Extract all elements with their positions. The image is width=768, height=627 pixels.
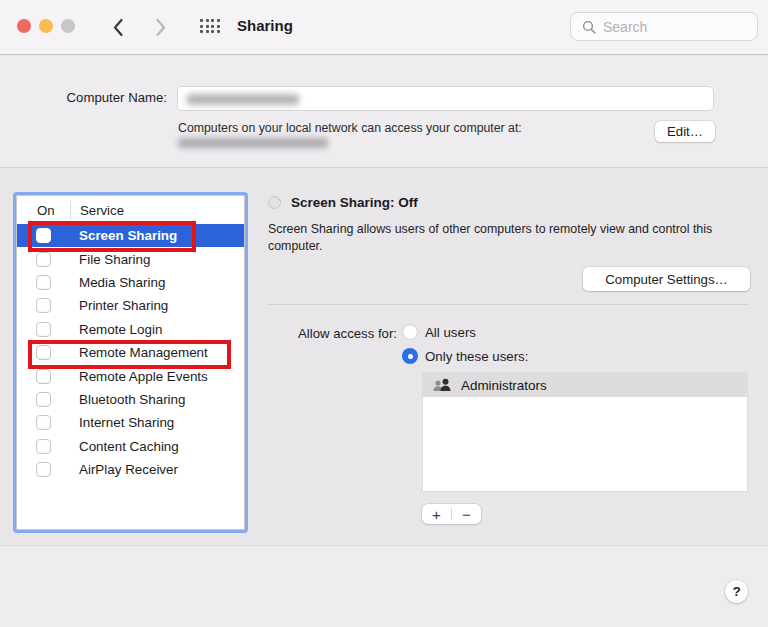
radio-button-unselected-icon[interactable] [402, 324, 418, 340]
column-header-service: Service [80, 203, 124, 218]
computer-name-label: Computer Name: [30, 90, 167, 105]
services-table-header: On Service [17, 196, 244, 224]
edit-button[interactable]: Edit… [655, 121, 715, 142]
service-checkbox-airplay-receiver[interactable] [36, 462, 51, 477]
user-name: Administrators [461, 378, 547, 393]
service-label: Remote Apple Events [79, 369, 208, 384]
toolbar: Sharing Search [0, 0, 768, 55]
local-network-description: Computers on your local network can acce… [178, 121, 522, 135]
screen-sharing-description: Screen Sharing allows users of other com… [268, 221, 750, 254]
service-row-internet-sharing[interactable]: Internet Sharing [17, 411, 244, 434]
column-header-on: On [17, 203, 55, 218]
service-row-remote-apple-events[interactable]: Remote Apple Events [17, 364, 244, 387]
service-label: Media Sharing [79, 275, 165, 290]
search-placeholder: Search [603, 19, 647, 35]
users-rows: Administrators [423, 373, 747, 397]
allow-access-label: Allow access for: [270, 326, 397, 341]
service-checkbox-file-sharing[interactable] [36, 252, 51, 267]
help-button[interactable]: ? [725, 580, 748, 603]
service-checkbox-internet-sharing[interactable] [36, 415, 51, 430]
screen-sharing-status: Screen Sharing: Off [268, 195, 418, 210]
radio-only-these-users[interactable]: Only these users: [402, 348, 528, 364]
status-indicator-icon [268, 196, 281, 209]
service-row-screen-sharing[interactable]: Screen Sharing [17, 224, 244, 247]
chevron-left-icon [112, 18, 124, 37]
redacted-computer-name [187, 94, 299, 105]
services-table: On Service Screen SharingFile SharingMed… [16, 195, 245, 530]
service-label: Bluetooth Sharing [79, 392, 185, 407]
redacted-local-hostname [178, 138, 328, 148]
user-row-administrators[interactable]: Administrators [423, 373, 747, 397]
add-user-button[interactable]: + [422, 504, 451, 524]
service-label: Printer Sharing [79, 298, 168, 313]
window-title: Sharing [237, 17, 293, 34]
service-label: File Sharing [79, 252, 150, 267]
service-row-remote-management[interactable]: Remote Management [17, 341, 244, 364]
search-icon [582, 20, 596, 34]
service-row-media-sharing[interactable]: Media Sharing [17, 271, 244, 294]
services-panel: On Service Screen SharingFile SharingMed… [13, 192, 248, 533]
service-checkbox-remote-management[interactable] [36, 345, 51, 360]
computer-name-section: Computer Name: Computers on your local n… [0, 56, 768, 168]
zoom-window-button[interactable] [61, 19, 75, 33]
group-icon [433, 378, 452, 393]
close-window-button[interactable] [17, 19, 31, 33]
service-label: Internet Sharing [79, 415, 174, 430]
sharing-preferences-window: Sharing Search Computer Name: Computers … [0, 0, 768, 627]
chevron-right-icon [155, 18, 167, 37]
services-rows: Screen SharingFile SharingMedia SharingP… [17, 224, 244, 481]
remove-user-button[interactable]: − [452, 504, 481, 524]
service-row-airplay-receiver[interactable]: AirPlay Receiver [17, 458, 244, 481]
service-label: Remote Management [79, 345, 208, 360]
service-checkbox-content-caching[interactable] [36, 439, 51, 454]
service-row-bluetooth-sharing[interactable]: Bluetooth Sharing [17, 388, 244, 411]
service-row-remote-login[interactable]: Remote Login [17, 318, 244, 341]
service-row-content-caching[interactable]: Content Caching [17, 435, 244, 458]
search-input[interactable]: Search [570, 12, 758, 41]
service-checkbox-screen-sharing[interactable] [36, 228, 51, 243]
status-title: Screen Sharing: Off [291, 195, 418, 210]
service-checkbox-printer-sharing[interactable] [36, 298, 51, 313]
bottom-bar: ? [0, 545, 768, 627]
radio-all-users-label: All users [425, 325, 476, 340]
service-label: Content Caching [79, 439, 179, 454]
radio-all-users[interactable]: All users [402, 324, 476, 340]
service-row-printer-sharing[interactable]: Printer Sharing [17, 294, 244, 317]
radio-only-these-users-label: Only these users: [425, 349, 528, 364]
section-divider [267, 304, 748, 305]
service-label: Remote Login [79, 322, 162, 337]
service-row-file-sharing[interactable]: File Sharing [17, 247, 244, 270]
show-all-preferences-icon[interactable] [200, 19, 220, 33]
service-checkbox-remote-apple-events[interactable] [36, 369, 51, 384]
service-label: Screen Sharing [79, 228, 177, 243]
back-button[interactable] [112, 18, 124, 41]
service-checkbox-media-sharing[interactable] [36, 275, 51, 290]
forward-button[interactable] [155, 18, 167, 41]
computer-settings-button[interactable]: Computer Settings… [583, 267, 750, 291]
computer-name-input[interactable] [177, 86, 714, 111]
radio-button-selected-icon[interactable] [402, 348, 418, 364]
add-remove-user-control: + − [422, 504, 481, 524]
service-checkbox-remote-login[interactable] [36, 322, 51, 337]
minimize-window-button[interactable] [39, 19, 53, 33]
column-divider [70, 201, 71, 219]
service-label: AirPlay Receiver [79, 462, 178, 477]
allowed-users-list[interactable]: Administrators [422, 372, 748, 492]
service-checkbox-bluetooth-sharing[interactable] [36, 392, 51, 407]
